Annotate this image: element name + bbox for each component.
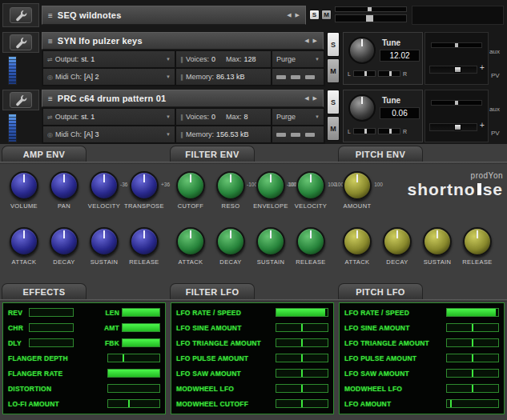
lfo-triangle-bar[interactable]	[446, 338, 499, 347]
next-instrument-icon[interactable]: ▶	[296, 12, 300, 18]
edit-instrument-button[interactable]	[10, 92, 32, 108]
lfo-saw-bar[interactable]	[446, 369, 499, 378]
cutoff-knob[interactable]: CUTOFF	[171, 171, 211, 210]
knob-dial[interactable]	[343, 171, 372, 200]
knob-dial[interactable]	[423, 227, 452, 256]
knob-dial[interactable]	[10, 227, 38, 256]
len-value-bar[interactable]	[122, 308, 160, 317]
envelope-knob[interactable]: -100 100 ENVELOPE	[251, 171, 291, 210]
fbk-value-bar[interactable]	[122, 338, 160, 347]
fader-plus-icon[interactable]: +	[480, 63, 485, 72]
output-selector[interactable]: ⇌ Output: st. 1 ▼	[42, 50, 175, 68]
lofi-amount-bar[interactable]	[107, 399, 160, 408]
mute-button[interactable]: M	[327, 116, 340, 141]
knob-dial[interactable]	[216, 227, 245, 256]
instrument-menu-icon[interactable]: ≡	[48, 11, 53, 20]
lfo-saw-bar[interactable]	[276, 369, 328, 378]
filter-decay-knob[interactable]: DECAY	[211, 227, 251, 266]
rev-value-bar[interactable]	[29, 308, 74, 317]
instrument3-titlebar[interactable]: ≡ PRC c64 drum pattern 01 ◀ ▶	[42, 90, 324, 107]
pitch-release-knob[interactable]: RELEASE	[457, 227, 497, 266]
modwheel-lfo-bar[interactable]	[276, 384, 328, 393]
pitch-attack-knob[interactable]: ATTACK	[337, 227, 377, 266]
modwheel-lfo-bar[interactable]	[446, 384, 499, 393]
knob-dial[interactable]	[90, 171, 119, 200]
tab-filter-lfo[interactable]: FILTER LFO	[170, 283, 255, 299]
knob-dial[interactable]	[130, 171, 159, 200]
tune-knob[interactable]	[348, 94, 376, 122]
knob-dial[interactable]	[256, 171, 285, 200]
amp-sustain-knob[interactable]: SUSTAIN	[84, 227, 124, 266]
pan-knob[interactable]: PAN	[44, 171, 84, 210]
tune-knob[interactable]	[348, 37, 376, 64]
tab-pitch-env[interactable]: PITCH ENV	[338, 146, 423, 162]
right-balance-slider[interactable]	[378, 70, 400, 77]
next-instrument-icon[interactable]: ▶	[313, 38, 317, 44]
instrument-menu-icon[interactable]: ≡	[48, 37, 53, 46]
pan-slider[interactable]	[335, 6, 407, 12]
tune-value[interactable]: 0.06	[380, 107, 420, 119]
pan-slider[interactable]	[431, 100, 482, 106]
fader-plus-icon[interactable]: +	[480, 121, 485, 130]
knob-dial[interactable]	[296, 171, 325, 200]
reso-knob[interactable]: RESO	[211, 171, 251, 210]
knob-dial[interactable]	[216, 171, 245, 200]
purge-menu[interactable]: Purge ▼	[272, 108, 324, 126]
volume-fader[interactable]	[335, 14, 407, 22]
volume-knob[interactable]: VOLUME	[4, 171, 44, 210]
mute-button[interactable]: M	[327, 58, 340, 83]
amt-value-bar[interactable]	[122, 323, 160, 332]
solo-button[interactable]: S	[327, 90, 340, 114]
midi-channel-selector[interactable]: ◎ Midi Ch: [A] 2 ▼	[42, 68, 175, 86]
volume-fader[interactable]	[429, 66, 477, 74]
pitch-sustain-knob[interactable]: SUSTAIN	[417, 227, 457, 266]
lfo-rate-bar[interactable]	[446, 308, 499, 317]
filter-attack-knob[interactable]: ATTACK	[171, 227, 211, 266]
mute-button[interactable]: M	[321, 10, 332, 20]
distortion-bar[interactable]	[107, 384, 160, 393]
instrument2-titlebar[interactable]: ≡ SYN lfo pulzer keys ◀ ▶	[42, 32, 324, 50]
prev-instrument-icon[interactable]: ◀	[304, 95, 308, 102]
tab-pitch-lfo[interactable]: PITCH LFO	[338, 283, 423, 299]
purge-menu[interactable]: Purge ▼	[272, 50, 324, 68]
knob-dial[interactable]	[10, 171, 38, 200]
velocity-knob[interactable]: VELOCITY	[84, 171, 124, 210]
instrument-menu-icon[interactable]: ≡	[48, 94, 53, 103]
knob-dial[interactable]	[50, 227, 78, 256]
tab-amp-env[interactable]: AMP ENV	[2, 146, 87, 162]
pan-slider[interactable]	[431, 42, 482, 48]
output-selector[interactable]: ⇌ Output: st. 1 ▼	[42, 108, 175, 126]
flanger-rate-bar[interactable]	[107, 369, 160, 378]
midi-channel-selector[interactable]: ◎ Midi Ch: [A] 3 ▼	[42, 126, 175, 143]
prev-instrument-icon[interactable]: ◀	[287, 12, 291, 18]
modwheel-cutoff-bar[interactable]	[276, 399, 328, 408]
solo-button[interactable]: S	[327, 32, 340, 57]
left-balance-slider[interactable]	[353, 128, 376, 134]
knob-dial[interactable]	[50, 171, 78, 200]
knob-dial[interactable]	[256, 227, 285, 256]
lfo-pulse-bar[interactable]	[276, 354, 328, 362]
edit-instrument-button[interactable]	[10, 7, 32, 23]
tune-value[interactable]: 12.02	[380, 50, 420, 62]
knob-dial[interactable]	[383, 227, 412, 256]
transpose-knob[interactable]: -36 +36 TRANSPOSE	[124, 171, 164, 210]
aux-label[interactable]: aux	[489, 48, 500, 55]
amp-decay-knob[interactable]: DECAY	[44, 227, 84, 266]
knob-dial[interactable]	[176, 171, 205, 200]
filter-release-knob[interactable]: RELEASE	[291, 227, 331, 266]
amp-release-knob[interactable]: RELEASE	[124, 227, 164, 266]
next-instrument-icon[interactable]: ▶	[313, 95, 317, 102]
lfo-rate-bar[interactable]	[276, 308, 328, 317]
right-balance-slider[interactable]	[378, 128, 400, 134]
chr-value-bar[interactable]	[29, 323, 74, 332]
lfo-triangle-bar[interactable]	[276, 338, 328, 347]
lfo-amount-bar[interactable]	[446, 399, 499, 408]
knob-dial[interactable]	[463, 227, 492, 256]
prev-instrument-icon[interactable]: ◀	[304, 38, 308, 44]
pitch-amount-knob[interactable]: -100 100 AMOUNT	[337, 171, 377, 210]
pitch-decay-knob[interactable]: DECAY	[377, 227, 417, 266]
knob-dial[interactable]	[176, 227, 205, 256]
solo-button[interactable]: S	[309, 10, 320, 20]
knob-dial[interactable]	[343, 227, 372, 256]
filter-sustain-knob[interactable]: SUSTAIN	[251, 227, 291, 266]
